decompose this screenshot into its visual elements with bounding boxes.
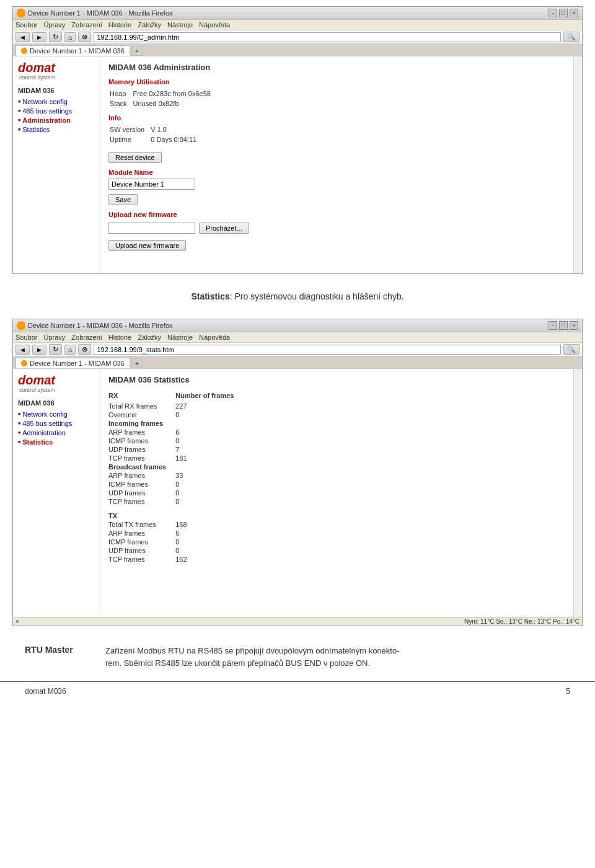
scrollbar-1[interactable] [573,56,582,273]
bcast-icmp-label: ICMP frames [108,480,175,489]
bcast-tcp-label: TCP frames [108,497,175,506]
menu-upravy-2[interactable]: Úpravy [43,334,65,341]
search-button-2[interactable]: 🔍 [563,344,580,355]
status-bar-2: × Nyní: 11°C So.: 13°C Ne.: 13°C Po.: 14… [13,617,582,626]
titlebar-left: Device Number 1 - MIDAM 036 - Mozilla Fi… [17,9,173,17]
minimize-button[interactable]: - [549,9,557,17]
menu-nastroje-1[interactable]: Nástroje [167,21,193,29]
bcast-icmp-value: 0 [175,480,252,489]
memory-label-1: Memory Utilisation [108,78,565,86]
tcp-tx-label: TCP frames [108,555,175,564]
logo-sub-1: control system [19,74,94,81]
tab-2[interactable]: Device Number 1 - MIDAM 036 [15,358,130,368]
close-button[interactable]: × [570,9,578,17]
stack-value: Unused 0x82fb [133,99,216,108]
address-bar-2[interactable]: 192.168.1.99/9_stats.htm [94,345,561,355]
udp-tx-label: UDP frames [108,546,175,555]
reset-device-button[interactable]: Reset device [108,152,162,163]
forward-button-1[interactable]: ► [32,32,46,42]
maximize-button-2[interactable]: □ [559,321,568,330]
main-content-1: MIDAM 036 Administration Memory Utilisat… [100,56,573,273]
icmp-rx-value: 0 [175,436,252,445]
tx-label: TX [108,512,175,520]
menu-napoveda-1[interactable]: Nápověda [199,21,230,29]
sidebar-item-stats-1[interactable]: Statistics [18,126,94,133]
heap-label: Heap [110,89,132,98]
page-wrapper-1: domat control system MIDAM 036 Network c… [13,56,582,273]
sidebar-item-admin-1[interactable]: Administration [18,117,94,124]
arp-tx-label: ARP frames [108,529,175,538]
menu-bar-2: Soubor Úpravy Zobrazení Historie Záložky… [13,332,582,343]
bcast-udp-value: 0 [175,489,252,497]
status-left: × [15,618,19,625]
total-tx-value: 168 [175,520,252,529]
footer-left: domat M036 [25,687,66,696]
tab-1[interactable]: Device Number 1 - MIDAM 036 [15,45,130,56]
sidebar-item-485-2[interactable]: 485 bus settings [18,420,94,427]
sw-version-label: SW version [110,125,149,134]
nav-bar-1: ◄ ► ↻ ⌂ ⊗ 192.168.1.99/C_admin.htm 🔍 [13,30,582,44]
new-tab-button-1[interactable]: + [131,46,143,56]
menu-zobrazeni-2[interactable]: Zobrazení [71,334,102,341]
stop-button-1[interactable]: ⊗ [78,32,91,42]
sidebar-item-stats-2[interactable]: Statistics [18,438,94,446]
tab-icon-2 [21,360,27,366]
upload-firmware-button[interactable]: Upload new firmware [108,240,186,251]
window-controls: - □ × [549,9,578,17]
minimize-button-2[interactable]: - [549,321,557,330]
back-button-1[interactable]: ◄ [15,32,30,42]
total-tx-label: Total TX frames [108,520,175,529]
sidebar-item-network-1[interactable]: Network config [18,98,94,105]
logo-domat-2: domat [18,374,94,386]
footer-right: 5 [566,687,570,696]
forward-button-2[interactable]: ► [32,345,46,355]
firmware-file-input[interactable] [108,223,195,234]
stop-button-2[interactable]: ⊗ [78,344,91,355]
back-button-2[interactable]: ◄ [15,345,30,355]
home-button-2[interactable]: ⌂ [64,345,76,355]
main-content-2: MIDAM 036 Statistics RX Number of frames… [100,369,573,617]
menu-napoveda-2[interactable]: Nápověda [199,334,230,341]
sidebar-item-network-2[interactable]: Network config [18,410,94,418]
reload-button-2[interactable]: ↻ [49,344,62,355]
sidebar-title-2: MIDAM 036 [18,399,94,407]
rtu-master-text: Zařízení Modbus RTU na RS485 se připojuj… [105,645,400,669]
tabs-bar-2: Device Number 1 - MIDAM 036 + [13,356,582,369]
menu-historie-1[interactable]: Historie [108,21,131,29]
tcp-rx-label: TCP frames [108,454,175,463]
logo-sub-2: control system [19,387,94,393]
weather-info: Nyní: 11°C So.: 13°C Ne.: 13°C Po.: 14°C [464,618,580,625]
arp-rx-value: 6 [175,428,252,436]
weather-text: Nyní: 11°C So.: 13°C Ne.: 13°C Po.: 14°C [464,618,580,625]
close-button-2[interactable]: × [570,321,578,330]
menu-nastroje-2[interactable]: Nástroje [167,334,193,341]
home-button-1[interactable]: ⌂ [64,32,76,42]
maximize-button[interactable]: □ [559,9,568,17]
scrollbar-2[interactable] [573,369,582,617]
sidebar-item-485-1[interactable]: 485 bus settings [18,107,94,115]
menu-zalozky-1[interactable]: Záložky [138,21,161,29]
main-title-2: MIDAM 036 Statistics [108,375,565,384]
total-rx-value: 227 [175,402,252,410]
icmp-tx-value: 0 [175,538,252,546]
module-name-input[interactable] [108,179,195,190]
browse-button[interactable]: Procházet... [199,223,249,234]
menu-soubor-1[interactable]: Soubor [15,21,37,29]
menu-upravy-1[interactable]: Úpravy [43,21,65,29]
new-tab-button-2[interactable]: + [131,358,143,368]
menu-zobrazeni-1[interactable]: Zobrazení [71,21,102,29]
menu-zalozky-2[interactable]: Záložky [138,334,161,341]
menu-soubor-2[interactable]: Soubor [15,334,37,341]
menu-historie-2[interactable]: Historie [108,334,131,341]
udp-rx-label: UDP frames [108,445,175,454]
save-button[interactable]: Save [108,194,138,205]
sidebar-1: domat control system MIDAM 036 Network c… [13,56,100,273]
address-bar-1[interactable]: 192.168.1.99/C_admin.htm [94,32,561,42]
sidebar-nav-1: Network config 485 bus settings Administ… [18,98,94,133]
search-button-1[interactable]: 🔍 [563,32,580,42]
reload-button-1[interactable]: ↻ [49,32,62,42]
page-content-2: domat control system MIDAM 036 Network c… [13,369,573,617]
sidebar-item-admin-2[interactable]: Administration [18,429,94,436]
sidebar-2: domat control system MIDAM 036 Network c… [13,369,100,617]
window-controls-2: - □ × [549,321,578,330]
